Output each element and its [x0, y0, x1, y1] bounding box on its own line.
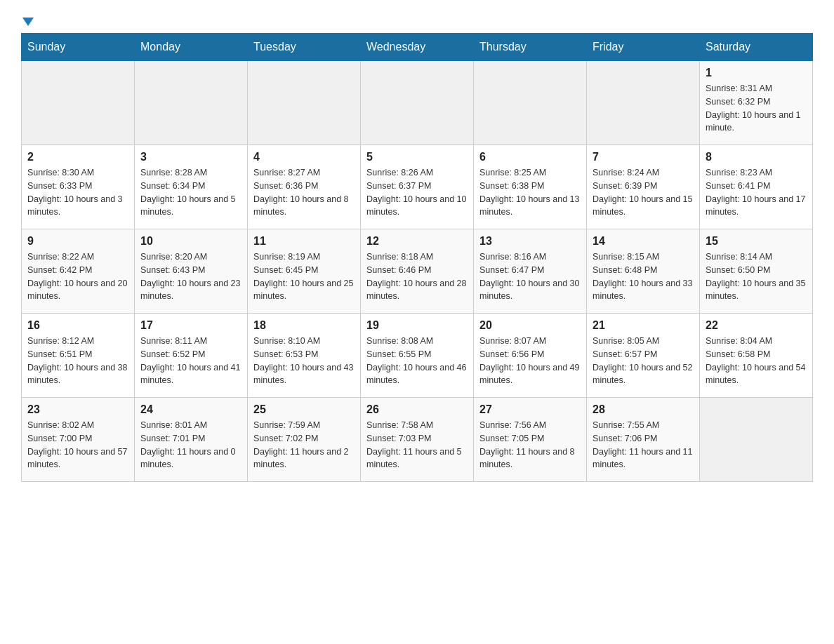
- day-info: Daylight: 10 hours and 10 minutes.: [366, 193, 468, 220]
- day-info: Daylight: 10 hours and 52 minutes.: [593, 361, 694, 388]
- calendar-day-cell: 1Sunrise: 8:31 AMSunset: 6:32 PMDaylight…: [700, 61, 813, 145]
- calendar-day-header: Thursday: [474, 34, 587, 61]
- day-number: 9: [27, 235, 128, 248]
- day-number: 21: [593, 319, 694, 332]
- day-info: Daylight: 10 hours and 30 minutes.: [479, 277, 581, 304]
- day-info: Sunrise: 8:23 AM: [706, 166, 807, 180]
- calendar-day-cell: 14Sunrise: 8:15 AMSunset: 6:48 PMDayligh…: [587, 229, 700, 314]
- day-info: Sunset: 7:05 PM: [479, 432, 581, 445]
- day-info: Daylight: 10 hours and 1 minute.: [706, 109, 807, 135]
- day-info: Sunrise: 8:30 AM: [27, 166, 128, 180]
- day-number: 8: [706, 151, 807, 163]
- day-info: Sunrise: 8:22 AM: [27, 250, 128, 264]
- day-info: Sunset: 6:43 PM: [140, 264, 241, 277]
- day-info: Sunset: 6:38 PM: [479, 180, 581, 193]
- calendar-day-cell: [135, 61, 248, 145]
- day-info: Sunrise: 8:07 AM: [479, 335, 581, 348]
- day-info: Sunrise: 8:16 AM: [479, 250, 581, 264]
- calendar-day-cell: 19Sunrise: 8:08 AMSunset: 6:55 PMDayligh…: [361, 314, 474, 398]
- calendar-day-header: Monday: [135, 34, 248, 61]
- day-info: Daylight: 11 hours and 11 minutes.: [593, 445, 694, 472]
- calendar-day-cell: 26Sunrise: 7:58 AMSunset: 7:03 PMDayligh…: [361, 398, 474, 482]
- day-info: Daylight: 11 hours and 5 minutes.: [366, 445, 468, 472]
- day-number: 14: [593, 235, 694, 248]
- day-number: 22: [706, 319, 807, 332]
- day-number: 25: [253, 403, 355, 416]
- day-info: Sunrise: 8:24 AM: [593, 166, 694, 180]
- day-number: 16: [27, 319, 128, 332]
- day-number: 23: [27, 403, 128, 416]
- day-number: 5: [366, 151, 468, 163]
- calendar-day-cell: 21Sunrise: 8:05 AMSunset: 6:57 PMDayligh…: [587, 314, 700, 398]
- calendar-day-header: Tuesday: [248, 34, 361, 61]
- day-info: Sunset: 7:03 PM: [366, 432, 468, 445]
- calendar-day-cell: 15Sunrise: 8:14 AMSunset: 6:50 PMDayligh…: [700, 229, 813, 314]
- day-info: Sunrise: 8:20 AM: [140, 250, 241, 264]
- day-info: Sunset: 6:51 PM: [27, 348, 128, 361]
- day-info: Daylight: 10 hours and 46 minutes.: [366, 361, 468, 388]
- day-info: Sunset: 6:45 PM: [253, 264, 355, 277]
- calendar-day-cell: [361, 61, 474, 145]
- calendar-week-row: 1Sunrise: 8:31 AMSunset: 6:32 PMDaylight…: [22, 61, 813, 145]
- calendar-day-cell: [248, 61, 361, 145]
- day-number: 28: [593, 403, 694, 416]
- calendar-body: 1Sunrise: 8:31 AMSunset: 6:32 PMDaylight…: [22, 61, 813, 482]
- day-info: Sunset: 6:42 PM: [27, 264, 128, 277]
- day-number: 24: [140, 403, 241, 416]
- calendar-day-cell: [22, 61, 135, 145]
- day-info: Sunrise: 7:55 AM: [593, 419, 694, 432]
- day-number: 13: [479, 235, 581, 248]
- calendar-day-cell: 6Sunrise: 8:25 AMSunset: 6:38 PMDaylight…: [474, 145, 587, 229]
- calendar-day-cell: 10Sunrise: 8:20 AMSunset: 6:43 PMDayligh…: [135, 229, 248, 314]
- calendar-week-row: 23Sunrise: 8:02 AMSunset: 7:00 PMDayligh…: [22, 398, 813, 482]
- logo: [21, 14, 34, 26]
- calendar-day-cell: 24Sunrise: 8:01 AMSunset: 7:01 PMDayligh…: [135, 398, 248, 482]
- calendar-day-cell: 12Sunrise: 8:18 AMSunset: 6:46 PMDayligh…: [361, 229, 474, 314]
- calendar-day-cell: 11Sunrise: 8:19 AMSunset: 6:45 PMDayligh…: [248, 229, 361, 314]
- day-info: Sunset: 6:50 PM: [706, 264, 807, 277]
- day-info: Sunset: 6:33 PM: [27, 180, 128, 193]
- day-info: Daylight: 10 hours and 33 minutes.: [593, 277, 694, 304]
- day-info: Sunrise: 8:12 AM: [27, 335, 128, 348]
- day-info: Daylight: 10 hours and 13 minutes.: [479, 193, 581, 220]
- calendar-day-cell: 17Sunrise: 8:11 AMSunset: 6:52 PMDayligh…: [135, 314, 248, 398]
- calendar-day-cell: 9Sunrise: 8:22 AMSunset: 6:42 PMDaylight…: [22, 229, 135, 314]
- calendar-day-header: Sunday: [22, 34, 135, 61]
- calendar-day-cell: 7Sunrise: 8:24 AMSunset: 6:39 PMDaylight…: [587, 145, 700, 229]
- calendar-header-row: SundayMondayTuesdayWednesdayThursdayFrid…: [22, 34, 813, 61]
- calendar-day-cell: 28Sunrise: 7:55 AMSunset: 7:06 PMDayligh…: [587, 398, 700, 482]
- day-info: Sunrise: 8:10 AM: [253, 335, 355, 348]
- logo-triangle-icon: [22, 18, 34, 26]
- day-info: Sunrise: 8:01 AM: [140, 419, 241, 432]
- calendar-day-cell: 23Sunrise: 8:02 AMSunset: 7:00 PMDayligh…: [22, 398, 135, 482]
- calendar-day-cell: 5Sunrise: 8:26 AMSunset: 6:37 PMDaylight…: [361, 145, 474, 229]
- day-info: Sunset: 6:55 PM: [366, 348, 468, 361]
- calendar-day-cell: [474, 61, 587, 145]
- calendar-day-cell: 22Sunrise: 8:04 AMSunset: 6:58 PMDayligh…: [700, 314, 813, 398]
- day-info: Daylight: 10 hours and 23 minutes.: [140, 277, 241, 304]
- day-info: Sunset: 6:39 PM: [593, 180, 694, 193]
- calendar-day-cell: 25Sunrise: 7:59 AMSunset: 7:02 PMDayligh…: [248, 398, 361, 482]
- day-info: Sunset: 6:41 PM: [706, 180, 807, 193]
- day-number: 27: [479, 403, 581, 416]
- day-info: Daylight: 11 hours and 8 minutes.: [479, 445, 581, 472]
- calendar-day-cell: 20Sunrise: 8:07 AMSunset: 6:56 PMDayligh…: [474, 314, 587, 398]
- day-info: Sunrise: 8:27 AM: [253, 166, 355, 180]
- day-info: Daylight: 11 hours and 2 minutes.: [253, 445, 355, 472]
- day-number: 12: [366, 235, 468, 248]
- day-info: Daylight: 10 hours and 28 minutes.: [366, 277, 468, 304]
- day-info: Daylight: 10 hours and 41 minutes.: [140, 361, 241, 388]
- day-info: Sunset: 6:34 PM: [140, 180, 241, 193]
- day-info: Sunrise: 8:31 AM: [706, 82, 807, 95]
- day-info: Sunrise: 8:04 AM: [706, 335, 807, 348]
- calendar-day-cell: 16Sunrise: 8:12 AMSunset: 6:51 PMDayligh…: [22, 314, 135, 398]
- day-info: Daylight: 10 hours and 38 minutes.: [27, 361, 128, 388]
- day-number: 10: [140, 235, 241, 248]
- day-info: Sunrise: 8:26 AM: [366, 166, 468, 180]
- day-info: Daylight: 10 hours and 20 minutes.: [27, 277, 128, 304]
- day-info: Sunrise: 8:05 AM: [593, 335, 694, 348]
- day-number: 6: [479, 151, 581, 163]
- day-number: 2: [27, 151, 128, 163]
- day-number: 7: [593, 151, 694, 163]
- day-info: Sunrise: 8:19 AM: [253, 250, 355, 264]
